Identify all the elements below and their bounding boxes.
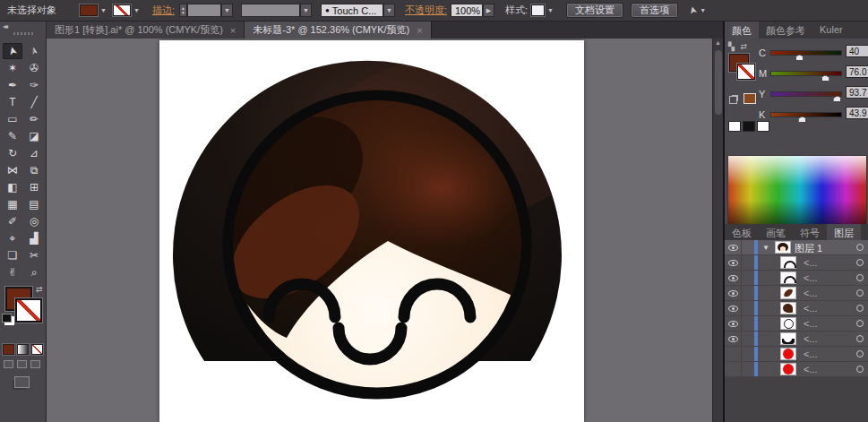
paintbrush-tool[interactable]: ✏ xyxy=(24,111,44,127)
eye-icon[interactable] xyxy=(728,275,738,281)
dock-tab-符号[interactable]: 符号 xyxy=(793,224,827,240)
layer-name[interactable]: <... xyxy=(804,364,818,375)
layer-target-icon[interactable] xyxy=(856,350,864,357)
dock-tab-图层[interactable]: 图层 xyxy=(827,224,861,240)
artboard[interactable] xyxy=(159,40,584,422)
layer-row[interactable]: <... xyxy=(725,332,868,347)
stroke-weight-dropdown[interactable]: ▼ xyxy=(221,4,233,17)
channel-value-field[interactable]: 76.0 xyxy=(846,65,868,78)
perspective-grid-tool[interactable]: ⊞ xyxy=(24,179,44,195)
type-tool[interactable]: T xyxy=(3,94,22,110)
lasso-tool[interactable]: ✇ xyxy=(24,60,44,76)
scale-tool[interactable]: ⊿ xyxy=(24,145,44,161)
selection-tool[interactable]: ➤ xyxy=(3,43,22,59)
rectangle-tool[interactable]: ▭ xyxy=(3,111,22,127)
stroke-weight-stepper[interactable]: ▲▼ xyxy=(179,4,187,17)
line-segment-tool[interactable]: ╱ xyxy=(24,94,44,110)
eyedropper-tool[interactable]: ✐ xyxy=(3,213,22,229)
slider-handle[interactable] xyxy=(833,96,841,102)
layer-target-icon[interactable] xyxy=(856,259,864,266)
layer-row[interactable]: <... xyxy=(725,347,868,362)
blend-tool[interactable]: ◎ xyxy=(24,213,44,229)
layer-name[interactable]: 图层 1 xyxy=(795,242,822,255)
default-fill-stroke-icon[interactable] xyxy=(2,314,12,323)
screen-mode-button[interactable] xyxy=(14,376,30,388)
gradient-tool[interactable]: ▤ xyxy=(24,196,44,212)
variable-width-profile-field[interactable] xyxy=(241,4,300,17)
pen-tool[interactable]: ✒ xyxy=(3,77,22,93)
workspace-dropdown-icon[interactable]: ▼ xyxy=(700,7,706,13)
doc-tab-close-button[interactable]: × xyxy=(230,25,236,36)
artboard-tool[interactable]: ❏ xyxy=(3,247,22,263)
layer-name[interactable]: <... xyxy=(804,272,818,283)
doc-tab[interactable]: 图形1 [转换].ai* @ 100% (CMYK/预览)× xyxy=(47,22,245,39)
layer-target-icon[interactable] xyxy=(856,289,864,297)
pencil-tool[interactable]: ✎ xyxy=(3,128,22,144)
stroke-weight-field[interactable] xyxy=(187,4,221,17)
layer-target-icon[interactable] xyxy=(856,320,864,327)
layer-target-icon[interactable] xyxy=(856,244,864,251)
slider-handle[interactable] xyxy=(798,116,806,123)
vertical-scrollbar[interactable]: ▲ xyxy=(712,39,723,422)
scrollbar-thumb[interactable] xyxy=(715,50,722,115)
none-mode-button[interactable] xyxy=(31,344,43,355)
layer-group-row[interactable]: ▼ 图层 1 xyxy=(725,240,868,255)
none-swatch[interactable] xyxy=(728,121,741,132)
layer-target-icon[interactable] xyxy=(856,274,864,281)
eye-icon[interactable] xyxy=(728,260,738,266)
layer-thumbnail[interactable] xyxy=(780,256,796,269)
layer-name[interactable]: <... xyxy=(804,333,818,344)
brush-definition-field[interactable]: ●Touch C... xyxy=(321,4,383,17)
width-tool[interactable]: ⋈ xyxy=(3,162,22,178)
layer-thumbnail[interactable] xyxy=(780,317,796,330)
hand-tool[interactable]: ✌ xyxy=(3,264,22,280)
direct-selection-tool[interactable]: ➢ xyxy=(24,43,44,59)
swap-fill-stroke-icon[interactable]: ⇄ xyxy=(36,285,43,294)
eye-icon[interactable] xyxy=(728,290,738,297)
layer-row[interactable]: <... xyxy=(725,362,868,377)
fill-color-swatch[interactable] xyxy=(80,4,98,16)
tools-grip-handle[interactable] xyxy=(13,32,33,35)
layer-thumbnail[interactable] xyxy=(780,271,796,284)
layer-row[interactable]: <... xyxy=(725,271,868,286)
white-swatch[interactable] xyxy=(757,121,769,132)
layer-target-icon[interactable] xyxy=(856,366,864,373)
style-dropdown-icon[interactable]: ▼ xyxy=(547,7,554,13)
doc-tab-close-button[interactable]: × xyxy=(417,25,422,36)
color-panel-tab[interactable]: 颜色 xyxy=(725,22,759,39)
layer-thumbnail[interactable] xyxy=(780,332,796,345)
zoom-tool[interactable]: ⌕ xyxy=(24,264,44,280)
color-panel-tab[interactable]: Kuler xyxy=(812,22,850,39)
color-mode-button[interactable] xyxy=(3,344,14,355)
brush-definition-dropdown[interactable]: ▼ xyxy=(383,4,395,17)
layer-name[interactable]: <... xyxy=(804,318,818,329)
layer-thumbnail[interactable] xyxy=(780,287,796,299)
eye-icon[interactable] xyxy=(728,336,738,342)
layer-row[interactable]: <... xyxy=(725,255,868,271)
slider-track[interactable] xyxy=(770,71,842,76)
mesh-tool[interactable]: ▦ xyxy=(3,196,22,212)
channel-value-field[interactable]: 93.7 xyxy=(846,86,868,99)
stroke-color-swatch[interactable] xyxy=(113,4,131,16)
layer-row[interactable]: <... xyxy=(725,286,868,301)
opacity-field[interactable]: 100% xyxy=(451,4,483,17)
layer-thumbnail[interactable] xyxy=(780,348,796,360)
slider-track[interactable] xyxy=(770,50,842,56)
layer-name[interactable]: <... xyxy=(804,303,818,314)
add-anchor-point-tool[interactable]: ✑ xyxy=(24,77,44,93)
magic-wand-tool[interactable]: ✶ xyxy=(3,60,22,76)
layer-target-icon[interactable] xyxy=(856,305,864,312)
document-setup-button[interactable]: 文档设置 xyxy=(566,3,623,18)
collapse-panel-icon[interactable]: ◂◂ xyxy=(3,22,6,30)
layer-target-icon[interactable] xyxy=(856,335,864,342)
channel-value-field[interactable]: 43.9 xyxy=(846,107,868,119)
preferences-button[interactable]: 首选项 xyxy=(631,3,678,18)
workspace-cursor-icon[interactable]: ➤ xyxy=(686,4,700,15)
stroke-proxy-swatch[interactable] xyxy=(15,298,42,323)
slider-track[interactable] xyxy=(770,112,842,117)
slider-track[interactable] xyxy=(770,91,842,97)
rotate-tool[interactable]: ↻ xyxy=(3,145,22,161)
slider-handle[interactable] xyxy=(821,75,829,82)
dock-tab-画笔[interactable]: 画笔 xyxy=(759,224,793,240)
slice-tool[interactable]: ✂ xyxy=(24,247,44,263)
